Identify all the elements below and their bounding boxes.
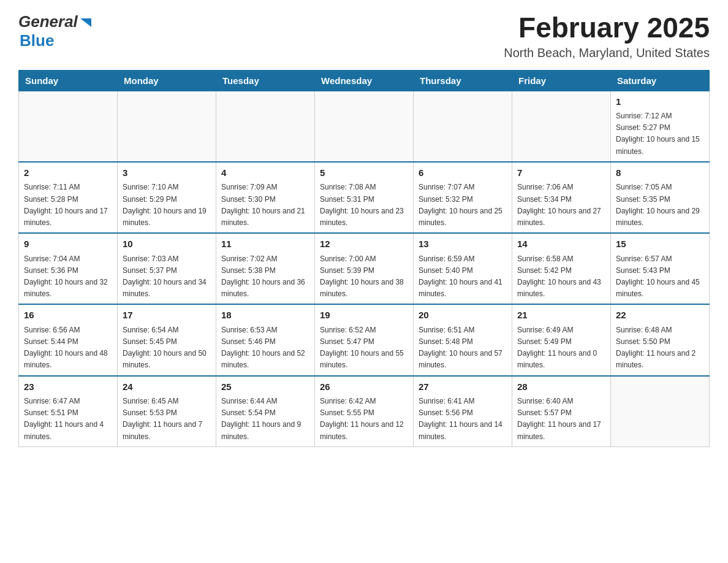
day-number: 22 xyxy=(616,308,704,323)
day-number: 18 xyxy=(221,308,309,323)
day-info: Sunrise: 6:53 AMSunset: 5:46 PMDaylight:… xyxy=(221,324,309,372)
day-info: Sunrise: 6:58 AMSunset: 5:42 PMDaylight:… xyxy=(517,253,605,301)
day-info: Sunrise: 7:12 AMSunset: 5:27 PMDaylight:… xyxy=(616,110,704,158)
day-info: Sunrise: 6:51 AMSunset: 5:48 PMDaylight:… xyxy=(419,324,507,372)
day-info: Sunrise: 7:07 AMSunset: 5:32 PMDaylight:… xyxy=(419,182,507,229)
day-info: Sunrise: 7:06 AMSunset: 5:34 PMDaylight:… xyxy=(517,182,605,229)
day-info: Sunrise: 7:10 AMSunset: 5:29 PMDaylight:… xyxy=(123,182,211,229)
day-info: Sunrise: 7:03 AMSunset: 5:37 PMDaylight:… xyxy=(123,253,211,301)
calendar-week-row: 2Sunrise: 7:11 AMSunset: 5:28 PMDaylight… xyxy=(19,162,710,233)
table-row: 18Sunrise: 6:53 AMSunset: 5:46 PMDayligh… xyxy=(216,304,315,375)
day-info: Sunrise: 7:08 AMSunset: 5:31 PMDaylight:… xyxy=(320,182,408,229)
day-info: Sunrise: 6:57 AMSunset: 5:43 PMDaylight:… xyxy=(616,253,704,301)
day-number: 12 xyxy=(320,237,408,251)
day-number: 7 xyxy=(517,166,605,180)
day-number: 21 xyxy=(517,308,605,323)
logo-blue-text: Blue xyxy=(20,31,54,50)
day-info: Sunrise: 6:40 AMSunset: 5:57 PMDaylight:… xyxy=(517,396,605,443)
day-number: 26 xyxy=(320,380,408,394)
table-row xyxy=(414,91,512,162)
logo-general-text: General xyxy=(18,12,78,31)
table-row: 24Sunrise: 6:45 AMSunset: 5:53 PMDayligh… xyxy=(118,376,216,447)
day-info: Sunrise: 6:45 AMSunset: 5:53 PMDaylight:… xyxy=(123,396,211,443)
day-number: 24 xyxy=(123,380,211,394)
col-sunday: Sunday xyxy=(19,70,118,91)
table-row: 19Sunrise: 6:52 AMSunset: 5:47 PMDayligh… xyxy=(315,304,414,375)
day-number: 9 xyxy=(24,237,112,251)
day-info: Sunrise: 6:48 AMSunset: 5:50 PMDaylight:… xyxy=(616,324,704,372)
table-row xyxy=(512,91,611,162)
day-number: 15 xyxy=(616,237,704,251)
calendar-week-row: 16Sunrise: 6:56 AMSunset: 5:44 PMDayligh… xyxy=(19,304,710,375)
day-number: 23 xyxy=(24,380,112,394)
table-row: 16Sunrise: 6:56 AMSunset: 5:44 PMDayligh… xyxy=(19,304,118,375)
day-number: 20 xyxy=(419,308,507,323)
day-info: Sunrise: 6:54 AMSunset: 5:45 PMDaylight:… xyxy=(123,324,211,372)
day-number: 11 xyxy=(221,237,309,251)
table-row: 15Sunrise: 6:57 AMSunset: 5:43 PMDayligh… xyxy=(611,233,710,304)
day-info: Sunrise: 6:49 AMSunset: 5:49 PMDaylight:… xyxy=(517,324,605,372)
table-row: 2Sunrise: 7:11 AMSunset: 5:28 PMDaylight… xyxy=(19,162,118,233)
table-row: 5Sunrise: 7:08 AMSunset: 5:31 PMDaylight… xyxy=(315,162,414,233)
day-info: Sunrise: 6:42 AMSunset: 5:55 PMDaylight:… xyxy=(320,396,408,443)
day-info: Sunrise: 6:41 AMSunset: 5:56 PMDaylight:… xyxy=(419,396,507,443)
day-info: Sunrise: 6:52 AMSunset: 5:47 PMDaylight:… xyxy=(320,324,408,372)
calendar-week-row: 23Sunrise: 6:47 AMSunset: 5:51 PMDayligh… xyxy=(19,376,710,447)
table-row: 3Sunrise: 7:10 AMSunset: 5:29 PMDaylight… xyxy=(118,162,216,233)
day-number: 28 xyxy=(517,380,605,394)
table-row: 22Sunrise: 6:48 AMSunset: 5:50 PMDayligh… xyxy=(611,304,710,375)
logo-triangle-icon xyxy=(79,16,93,29)
col-monday: Monday xyxy=(118,70,216,91)
day-number: 17 xyxy=(123,308,211,323)
day-number: 6 xyxy=(419,166,507,180)
table-row: 20Sunrise: 6:51 AMSunset: 5:48 PMDayligh… xyxy=(414,304,512,375)
table-row xyxy=(118,91,216,162)
svg-marker-0 xyxy=(80,18,91,27)
table-row xyxy=(611,376,710,447)
day-number: 27 xyxy=(419,380,507,394)
day-info: Sunrise: 7:09 AMSunset: 5:30 PMDaylight:… xyxy=(221,182,309,229)
col-saturday: Saturday xyxy=(611,70,710,91)
day-info: Sunrise: 6:47 AMSunset: 5:51 PMDaylight:… xyxy=(24,396,112,443)
day-number: 8 xyxy=(616,166,704,180)
table-row: 28Sunrise: 6:40 AMSunset: 5:57 PMDayligh… xyxy=(512,376,611,447)
table-row: 10Sunrise: 7:03 AMSunset: 5:37 PMDayligh… xyxy=(118,233,216,304)
table-row: 21Sunrise: 6:49 AMSunset: 5:49 PMDayligh… xyxy=(512,304,611,375)
month-title: February 2025 xyxy=(504,12,710,44)
table-row: 11Sunrise: 7:02 AMSunset: 5:38 PMDayligh… xyxy=(216,233,315,304)
table-row: 12Sunrise: 7:00 AMSunset: 5:39 PMDayligh… xyxy=(315,233,414,304)
title-section: February 2025 North Beach, Maryland, Uni… xyxy=(504,12,710,60)
table-row: 26Sunrise: 6:42 AMSunset: 5:55 PMDayligh… xyxy=(315,376,414,447)
day-number: 14 xyxy=(517,237,605,251)
day-number: 4 xyxy=(221,166,309,180)
day-number: 19 xyxy=(320,308,408,323)
table-row: 25Sunrise: 6:44 AMSunset: 5:54 PMDayligh… xyxy=(216,376,315,447)
day-number: 10 xyxy=(123,237,211,251)
day-info: Sunrise: 7:04 AMSunset: 5:36 PMDaylight:… xyxy=(24,253,112,301)
table-row xyxy=(19,91,118,162)
day-number: 3 xyxy=(123,166,211,180)
table-row: 8Sunrise: 7:05 AMSunset: 5:35 PMDaylight… xyxy=(611,162,710,233)
calendar-week-row: 9Sunrise: 7:04 AMSunset: 5:36 PMDaylight… xyxy=(19,233,710,304)
calendar-week-row: 1Sunrise: 7:12 AMSunset: 5:27 PMDaylight… xyxy=(19,91,710,162)
calendar-table: Sunday Monday Tuesday Wednesday Thursday… xyxy=(18,70,710,447)
table-row: 7Sunrise: 7:06 AMSunset: 5:34 PMDaylight… xyxy=(512,162,611,233)
day-number: 25 xyxy=(221,380,309,394)
table-row: 13Sunrise: 6:59 AMSunset: 5:40 PMDayligh… xyxy=(414,233,512,304)
day-info: Sunrise: 7:05 AMSunset: 5:35 PMDaylight:… xyxy=(616,182,704,229)
table-row: 6Sunrise: 7:07 AMSunset: 5:32 PMDaylight… xyxy=(414,162,512,233)
day-number: 2 xyxy=(24,166,112,180)
table-row: 23Sunrise: 6:47 AMSunset: 5:51 PMDayligh… xyxy=(19,376,118,447)
col-wednesday: Wednesday xyxy=(315,70,414,91)
day-number: 13 xyxy=(419,237,507,251)
table-row: 14Sunrise: 6:58 AMSunset: 5:42 PMDayligh… xyxy=(512,233,611,304)
page-header: General Blue February 2025 North Beach, … xyxy=(18,12,710,60)
table-row xyxy=(216,91,315,162)
col-thursday: Thursday xyxy=(414,70,512,91)
day-info: Sunrise: 6:56 AMSunset: 5:44 PMDaylight:… xyxy=(24,324,112,372)
day-number: 16 xyxy=(24,308,112,323)
logo: General Blue xyxy=(18,12,93,50)
day-info: Sunrise: 7:00 AMSunset: 5:39 PMDaylight:… xyxy=(320,253,408,301)
day-info: Sunrise: 6:44 AMSunset: 5:54 PMDaylight:… xyxy=(221,396,309,443)
table-row: 17Sunrise: 6:54 AMSunset: 5:45 PMDayligh… xyxy=(118,304,216,375)
